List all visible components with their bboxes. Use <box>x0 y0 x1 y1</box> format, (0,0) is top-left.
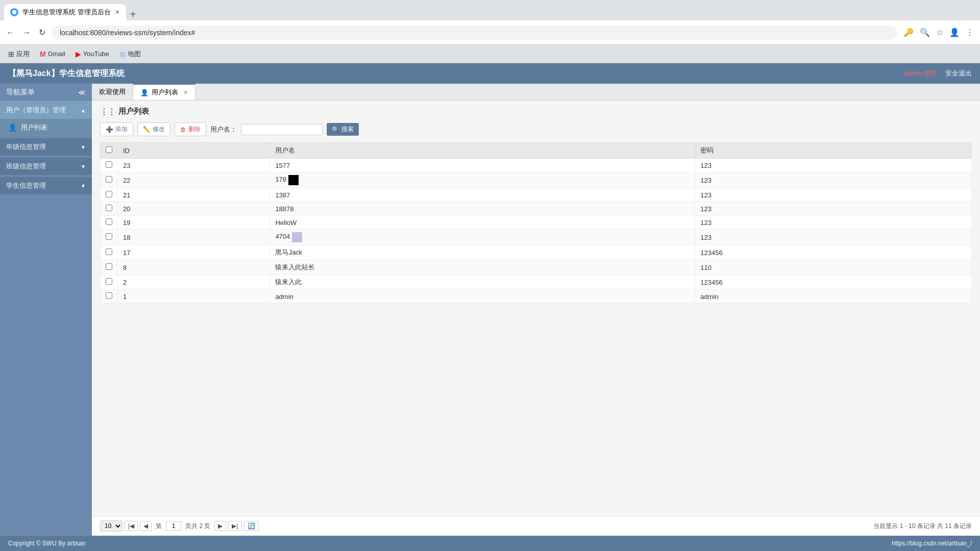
user-list-label: 用户列表 <box>21 123 47 132</box>
row-checkbox-cell <box>101 230 118 245</box>
page-content: 用户列表 ➕ 添加 ✏️ 修改 🗑 删除 用户名： � <box>92 101 980 516</box>
row-checkbox[interactable] <box>106 218 112 225</box>
menu-icon[interactable]: ⋮ <box>964 26 976 39</box>
chevron-down-icon-student: ▼ <box>81 183 86 189</box>
select-all-checkbox[interactable] <box>106 146 112 153</box>
page-of-text: 页共 2 页 <box>185 522 210 531</box>
delete-icon: 🗑 <box>180 126 186 133</box>
forward-button[interactable]: → <box>20 26 33 39</box>
prev-page-button[interactable]: ◀ <box>140 521 152 531</box>
row-id: 17 <box>118 245 270 260</box>
row-checkbox[interactable] <box>106 278 112 285</box>
last-page-button[interactable]: ▶| <box>228 521 241 531</box>
close-tab-button[interactable]: ✕ <box>115 9 120 16</box>
maps-label: 地图 <box>128 49 141 59</box>
row-checkbox[interactable] <box>106 233 112 240</box>
gmail-icon: M <box>40 50 46 58</box>
row-checkbox[interactable] <box>106 191 112 197</box>
edit-label: 修改 <box>153 125 165 134</box>
class-section-label: 班级信息管理 <box>6 162 46 171</box>
bookmark-maps[interactable]: ◎ 地图 <box>115 48 145 60</box>
refresh-button[interactable]: 🔄 <box>244 521 259 531</box>
apps-icon: ⊞ <box>8 50 14 58</box>
url-input[interactable] <box>52 26 897 40</box>
footer-copyright: Copyright © SWU By artisan <box>8 540 86 547</box>
delete-button[interactable]: 🗑 删除 <box>175 122 206 136</box>
tab-title: 学生信息管理系统 管理员后台 <box>22 8 111 17</box>
row-checkbox-cell <box>101 260 118 275</box>
row-checkbox[interactable] <box>106 205 112 211</box>
sidebar-nav-header: 导航菜单 ≪ <box>0 84 92 102</box>
edit-icon: ✏️ <box>143 126 151 133</box>
row-id: 23 <box>118 159 270 172</box>
sidebar-section-grade-header[interactable]: 年级信息管理 ▼ <box>0 138 92 156</box>
bookmark-youtube[interactable]: ▶ YouTube <box>71 49 113 59</box>
row-checkbox-cell <box>101 188 118 202</box>
search-label-btn: 搜索 <box>341 125 354 134</box>
header-id: ID <box>118 143 270 159</box>
chevron-down-icon-grade: ▼ <box>81 144 86 150</box>
tab-welcome[interactable]: 欢迎使用 <box>92 84 133 100</box>
footer-url: https://blog.csdn.net/artisan_/ <box>892 540 972 547</box>
page-number-input[interactable] <box>166 521 181 531</box>
username-label: 用户名： <box>210 125 237 134</box>
bookmark-gmail[interactable]: M Gmail <box>36 49 69 59</box>
row-checkbox-cell <box>101 159 118 172</box>
row-username: 猿来入此站长 <box>270 260 695 275</box>
sidebar-section-user-header[interactable]: 用户（管理员）管理 ▲ <box>0 102 92 119</box>
row-password: 123 <box>695 159 972 172</box>
next-page-button[interactable]: ▶ <box>214 521 226 531</box>
content-tabs-bar: 欢迎使用 👤 用户列表 ✕ <box>92 84 980 101</box>
profile-icon[interactable]: 👤 <box>947 26 962 39</box>
sidebar-section-user: 用户（管理员）管理 ▲ 👤 用户列表 <box>0 102 92 136</box>
row-id: 22 <box>118 172 270 188</box>
row-checkbox-cell <box>101 172 118 188</box>
bookmark-icon[interactable]: ☆ <box>934 26 945 39</box>
footer: Copyright © SWU By artisan https://blog.… <box>0 536 980 551</box>
new-tab-button[interactable]: + <box>126 9 140 20</box>
logout-button[interactable]: 安全退出 <box>945 69 972 77</box>
tab-user-list-label: 用户列表 <box>152 88 178 97</box>
password-manager-icon[interactable]: 🔑 <box>901 26 916 39</box>
sidebar-section-user-label: 用户（管理员）管理 <box>6 106 66 115</box>
sidebar-collapse-button[interactable]: ≪ <box>78 88 86 96</box>
back-button[interactable]: ← <box>4 26 16 39</box>
chevron-down-icon-class: ▼ <box>81 164 86 169</box>
browser-tab[interactable]: 学生信息管理系统 管理员后台 ✕ <box>4 4 126 20</box>
add-button[interactable]: ➕ 添加 <box>100 122 133 136</box>
tab-close-button[interactable]: ✕ <box>183 89 188 96</box>
page-size-select[interactable]: 10 20 50 <box>100 520 122 532</box>
sidebar-section-class-header[interactable]: 班级信息管理 ▼ <box>0 158 92 175</box>
search-input[interactable] <box>241 124 323 135</box>
row-id: 2 <box>118 275 270 290</box>
page-title-text: 用户列表 <box>118 107 149 116</box>
bookmark-apps[interactable]: ⊞ 应用 <box>4 48 34 60</box>
row-checkbox[interactable] <box>106 248 112 255</box>
user-table: ID 用户名 密码 23 1577 123 22 178 123 <box>100 142 972 304</box>
row-password: 123456 <box>695 275 972 290</box>
sidebar-item-user-list[interactable]: 👤 用户列表 <box>0 119 92 136</box>
row-checkbox[interactable] <box>106 176 112 183</box>
tab-user-list[interactable]: 👤 用户列表 ✕ <box>133 84 195 100</box>
search-button[interactable]: 🔍 搜索 <box>327 123 359 136</box>
row-checkbox[interactable] <box>106 263 112 270</box>
row-password: 123 <box>695 216 972 230</box>
row-checkbox[interactable] <box>106 161 112 168</box>
search-icon[interactable]: 🔍 <box>918 26 932 39</box>
table-row: 19 HelloW 123 <box>101 216 972 230</box>
tab-favicon <box>10 8 18 16</box>
first-page-button[interactable]: |◀ <box>125 521 138 531</box>
edit-button[interactable]: ✏️ 修改 <box>137 122 170 136</box>
row-username: 18878 <box>270 202 695 216</box>
row-id: 19 <box>118 216 270 230</box>
row-checkbox[interactable] <box>106 292 112 299</box>
page-text-prefix: 第 <box>156 522 162 531</box>
sidebar-section-student-header[interactable]: 学生信息管理 ▼ <box>0 177 92 194</box>
search-icon-btn: 🔍 <box>332 126 339 133</box>
row-checkbox-cell <box>101 290 118 304</box>
row-username: 黑马Jack <box>270 245 695 260</box>
reload-button[interactable]: ↻ <box>37 26 47 39</box>
pagination-bar: 10 20 50 |◀ ◀ 第 页共 2 页 ▶ ▶| 🔄 当前显示 1 - 1… <box>92 516 980 536</box>
user-icon: 👤 <box>8 123 17 132</box>
header-right: admin 您好 安全退出 <box>900 69 972 78</box>
